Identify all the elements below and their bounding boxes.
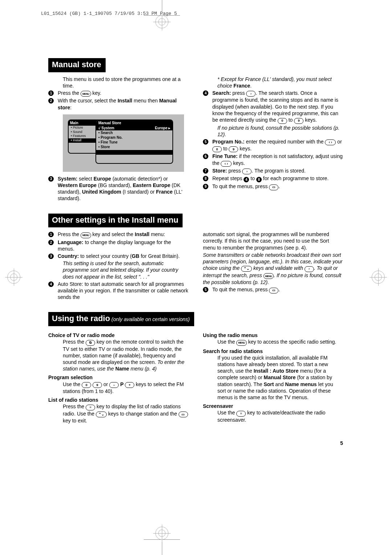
step-5: 5 Program No.: enter the required number… xyxy=(203,138,343,153)
radio-p6: Use the ≡ key to activate/deactivate the… xyxy=(203,409,343,423)
text: to select your country ( xyxy=(79,253,132,259)
crop-mark xyxy=(162,540,162,555)
section-title-using-radio: Using the radio (only available on certa… xyxy=(48,312,194,326)
no-picture-note: If no picture is found, consult the poss… xyxy=(203,125,343,138)
text: enter the required number with the xyxy=(245,139,325,145)
registration-mark xyxy=(7,271,20,284)
other-step-3: 3 Country: to select your country (GB fo… xyxy=(48,253,188,259)
osd-row: • Search xyxy=(96,130,172,135)
country-note: This setting is used for the search, aut… xyxy=(48,260,188,280)
osd-divider xyxy=(96,150,172,155)
nine-key-icon: 9 xyxy=(229,146,238,152)
text: Install : Auto Store xyxy=(254,368,299,374)
radio-p5: If you used the quick installation, all … xyxy=(203,355,343,401)
radio-p1: Press the ⧉ key on the remote control to… xyxy=(48,339,188,372)
radio-h6: Screensaver xyxy=(203,403,343,409)
step-7: 7 Store: press ›. The program is stored. xyxy=(203,167,343,175)
auto-sort-text: automatic sort signal, the programmes wi… xyxy=(203,231,343,251)
text: Press the xyxy=(63,339,86,345)
quit-key-icon: ▭ xyxy=(179,412,188,417)
text: : xyxy=(70,105,72,110)
text: Press the xyxy=(63,404,86,409)
text: select xyxy=(77,176,93,182)
section-title-manual-store: Manual store xyxy=(48,58,106,72)
text: Use the xyxy=(217,410,236,416)
text: or xyxy=(336,139,342,145)
tvradio-key-icon: ⧉ xyxy=(86,340,95,346)
nine-key-icon: 9 xyxy=(294,118,303,124)
updown-key-icon: ⌃⌄ xyxy=(96,412,107,417)
zero-key-icon: 0 xyxy=(212,146,222,152)
text: P xyxy=(119,381,125,387)
text: . xyxy=(250,83,252,89)
text: for each programme to store. xyxy=(262,175,328,181)
text: menu (p. 4) xyxy=(129,366,156,372)
menu-key-icon: MENU xyxy=(81,91,91,97)
text: Eastern Europe xyxy=(133,182,170,188)
step-2: 2 With the cursor, select the Install me… xyxy=(48,97,188,110)
radio-h2: Program selection xyxy=(48,374,188,381)
step-6: 6 Fine Tune: if the reception is not sat… xyxy=(203,153,343,166)
text: key to exit. xyxy=(63,418,87,424)
list-key-icon: ≡ xyxy=(236,411,246,417)
page-content: Manual store This menu is used to store … xyxy=(48,58,343,425)
text: Europe ▸ xyxy=(155,126,170,130)
text: Language: xyxy=(58,239,83,245)
other-step-2: 2 Language: to change the display langua… xyxy=(48,239,188,252)
text: Manual Store xyxy=(264,374,296,380)
text: To quit the menus, press xyxy=(212,183,269,189)
zero-key-icon: 0 xyxy=(82,382,91,388)
intro-text: This menu is used to store the programme… xyxy=(48,76,188,89)
text: Sort xyxy=(264,381,274,387)
text: menu: xyxy=(150,231,165,237)
text: keys. xyxy=(232,160,245,166)
section-title-other-settings: Other settings in the Install menu xyxy=(48,214,183,228)
sort-params-note: Some transmitters or cable networks broa… xyxy=(203,252,343,286)
text: Auto Store: to start automatic search fo… xyxy=(58,281,188,300)
registration-mark xyxy=(372,271,385,284)
text: or xyxy=(102,381,109,387)
text: With the cursor, select the xyxy=(58,98,118,104)
text: Western Europe xyxy=(58,182,97,188)
plus-key-icon: + xyxy=(125,382,134,388)
other-step-5: 5 To quit the menus, press ▭. xyxy=(203,286,343,293)
text: press xyxy=(231,90,246,96)
text: Using the radio xyxy=(52,314,110,323)
text: (automatic detection*) or xyxy=(111,176,168,182)
osd-row: • Store xyxy=(96,145,172,149)
radio-p2: Use the 0 9 or – P + keys to select the … xyxy=(48,381,188,395)
step-1: 1 Press the MENU key. xyxy=(48,90,188,97)
text: to xyxy=(287,117,294,123)
menu-key-icon: MENU xyxy=(81,232,91,238)
text: for Great Britain). xyxy=(139,253,180,259)
text: and xyxy=(274,381,285,387)
text: √ System xyxy=(98,126,114,130)
text: France xyxy=(233,83,250,89)
osd-row-selected: √ System Europe ▸ xyxy=(96,126,172,130)
text: to xyxy=(222,146,229,151)
minus-key-icon: – xyxy=(109,382,119,388)
text: key. xyxy=(91,90,102,96)
text: System: xyxy=(58,176,77,182)
registration-mark xyxy=(155,527,168,540)
text: Press the xyxy=(58,90,81,96)
text: Press the xyxy=(58,231,81,237)
text: France xyxy=(156,189,173,195)
menu-key-icon: MENU xyxy=(264,273,274,279)
text: key to access the specific radio setting… xyxy=(247,339,336,345)
text: keys. xyxy=(303,117,317,123)
leftright-key-icon: ‹ › xyxy=(325,139,336,145)
menu-key-icon: MENU xyxy=(236,340,247,346)
quit-key-icon: ▭ xyxy=(269,185,278,190)
radio-h4: Using the radio menus xyxy=(203,332,343,339)
other-step-4: 4 Auto Store: to start automatic search … xyxy=(48,281,188,301)
text: Use the xyxy=(63,381,82,387)
text: Europe xyxy=(94,176,111,182)
list-key-icon: ≡ xyxy=(86,405,95,410)
osd-row: • Program No. xyxy=(96,135,172,140)
radio-p3: Press the ≡ key to display the list of r… xyxy=(48,403,188,424)
text: keys to change station and the xyxy=(107,411,179,417)
osd-screenshot: Main • Picture • Sound • Features • Inst… xyxy=(63,114,184,172)
text: press xyxy=(227,168,242,174)
osd-header: Manual Store xyxy=(96,120,172,126)
